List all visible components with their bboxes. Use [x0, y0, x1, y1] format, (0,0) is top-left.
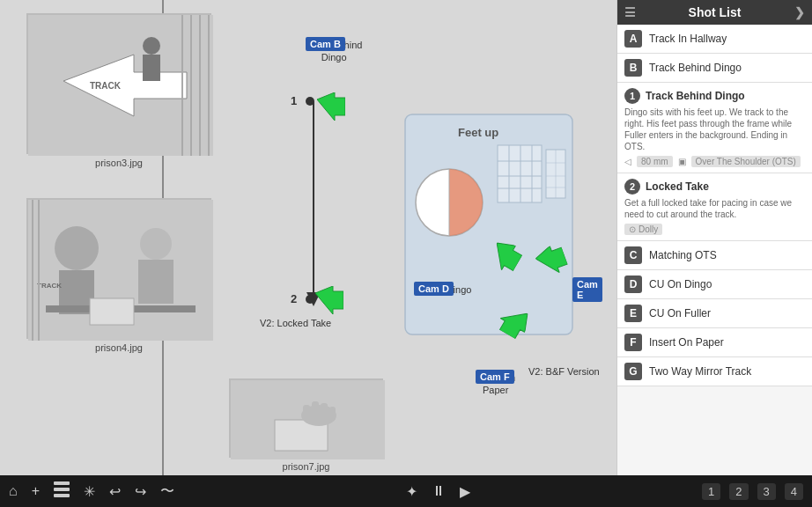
shot-item-d[interactable]: D CU On Dingo [617, 270, 812, 299]
svg-text:Feet up: Feet up [458, 126, 498, 139]
shot-item-1[interactable]: 1 Track Behind Dingo Dingo sits with his… [617, 83, 812, 173]
svg-rect-31 [405, 114, 572, 334]
cam-d-label[interactable]: Cam D CU On Dingo [414, 282, 471, 296]
shot-lens-1: 80 mm [637, 156, 673, 167]
cam-b-badge[interactable]: Cam B [306, 37, 345, 51]
svg-rect-22 [303, 405, 310, 421]
puzzle-icon[interactable]: ✦ [406, 483, 417, 500]
shot-title-1: Track Behind Dingo [646, 90, 745, 102]
shot-item-g[interactable]: G Two Way Mirror Track [617, 357, 812, 386]
shot-item-b[interactable]: B Track Behind Dingo [617, 54, 812, 83]
svg-point-27 [306, 97, 314, 106]
dolly-icon: ⊙ [629, 224, 636, 234]
svg-marker-51 [495, 303, 534, 342]
svg-text:TRACK: TRACK [37, 282, 62, 290]
svg-point-3 [143, 37, 160, 55]
shot-detail-header-2: 2 Locked Take [624, 179, 805, 195]
svg-marker-50 [533, 242, 569, 278]
shot-item-a[interactable]: A Track In Hallway [617, 25, 812, 54]
main-layout: TRACK prison3.jpg [0, 0, 812, 507]
storyboard-image-2[interactable]: TRACK prison4.jpg [26, 198, 211, 339]
cam-b-icon [317, 92, 345, 124]
redo-icon[interactable]: ↪ [135, 483, 146, 500]
shot-title-2: Locked Take [646, 180, 709, 193]
shot-label-d: CU On Dingo [649, 278, 712, 290]
v2-locked-label: V2: Locked Take [260, 317, 331, 329]
cam-f-label[interactable]: Cam F Insert OnPaper [476, 370, 515, 397]
shot-list-title: Shot List [689, 5, 742, 19]
svg-marker-49 [486, 237, 525, 276]
add-icon[interactable]: + [32, 483, 40, 499]
svg-rect-23 [312, 401, 319, 421]
shot-list-panel: ☰ Shot List ❯ A Track In Hallway B Track… [616, 0, 812, 475]
svg-text:TRACK: TRACK [90, 81, 122, 91]
svg-rect-35 [498, 145, 542, 202]
shot-label-e: CU On Fuller [649, 307, 711, 320]
shot-list-header: ☰ Shot List ❯ [617, 0, 812, 25]
squiggle-icon[interactable]: 〜 [160, 482, 174, 501]
cam-e-icon [537, 246, 565, 278]
cam-e-badge[interactable]: Cam E [572, 277, 602, 302]
header-arrow-icon[interactable]: ❯ [794, 5, 805, 19]
cam-e-label[interactable]: Cam E CU OnFuller [572, 277, 602, 305]
shot-meta-2: ⊙ Dolly [624, 224, 805, 235]
page-2-button[interactable]: 2 [729, 483, 748, 500]
cam-d-badge[interactable]: Cam D [414, 282, 454, 296]
storyboard-filename-2: prison4.jpg [95, 342, 143, 353]
storyboard-filename-1: prison3.jpg [95, 158, 143, 168]
svg-rect-54 [54, 494, 70, 497]
shot-label-f: Insert On Paper [649, 336, 724, 349]
asterisk-icon[interactable]: ✳ [84, 483, 95, 500]
lens-icon: ◁ [624, 157, 631, 166]
cam-b-label[interactable]: Cam B Track BehindDingo [306, 37, 362, 64]
shot-number-badge-1: 1 [624, 88, 640, 104]
svg-point-29 [306, 295, 314, 304]
page-4-button[interactable]: 4 [785, 483, 803, 500]
svg-rect-13 [138, 260, 173, 304]
svg-text:2: 2 [291, 292, 297, 305]
svg-rect-52 [54, 481, 70, 485]
shot-badge-f: F [624, 334, 642, 351]
undo-icon[interactable]: ↩ [109, 483, 121, 500]
cam-f-icon [500, 308, 528, 340]
svg-marker-47 [317, 92, 345, 121]
shot-type-2: ⊙ Dolly [624, 224, 662, 235]
home-icon[interactable]: ⌂ [9, 483, 18, 499]
page-1-button[interactable]: 1 [702, 483, 720, 500]
shot-list-items-container: A Track In Hallway B Track Behind Dingo … [617, 25, 812, 475]
menu-icon: ☰ [624, 5, 636, 19]
shot-badge-g: G [624, 363, 642, 380]
shot-badge-a: A [624, 30, 642, 48]
cam-d-icon [491, 242, 520, 274]
shot-item-e[interactable]: E CU On Fuller [617, 299, 812, 328]
storyboard-image-1[interactable]: TRACK prison3.jpg [26, 13, 211, 154]
svg-rect-25 [329, 407, 336, 421]
canvas-area: TRACK prison3.jpg [0, 0, 616, 475]
shot-item-2[interactable]: 2 Locked Take Get a full locked take for… [617, 173, 812, 241]
shot-label-c: Matching OTS [649, 249, 717, 261]
shot-meta-1: ◁ 80 mm ▣ Over The Shoulder (OTS) [624, 156, 805, 167]
cam-f-badge[interactable]: Cam F [476, 370, 514, 384]
svg-rect-4 [143, 55, 160, 81]
layers-icon[interactable] [54, 481, 70, 501]
shot-label-g: Two Way Mirror Track [649, 365, 751, 378]
shot-badge-d: D [624, 276, 642, 293]
svg-point-10 [55, 226, 99, 270]
shot-item-f[interactable]: F Insert On Paper [617, 328, 812, 357]
svg-marker-48 [315, 286, 343, 314]
v2-bf-label: V2: B&F Version [528, 365, 600, 378]
svg-text:1: 1 [291, 94, 297, 107]
pause-icon[interactable]: ⏸ [432, 483, 446, 499]
svg-point-33 [416, 169, 483, 236]
svg-point-12 [140, 228, 172, 260]
shot-number-badge-2: 2 [624, 179, 640, 195]
shot-label-a: Track In Hallway [649, 33, 727, 45]
storyboard-filename-3: prison7.jpg [283, 461, 330, 472]
play-icon[interactable]: ▶ [460, 483, 470, 500]
svg-rect-24 [321, 403, 328, 421]
shot-item-c[interactable]: C Matching OTS [617, 241, 812, 270]
page-3-button[interactable]: 3 [757, 483, 776, 500]
storyboard-image-3[interactable]: prison7.jpg [229, 378, 383, 458]
cam-2-icon [315, 286, 343, 318]
svg-rect-15 [90, 298, 134, 325]
